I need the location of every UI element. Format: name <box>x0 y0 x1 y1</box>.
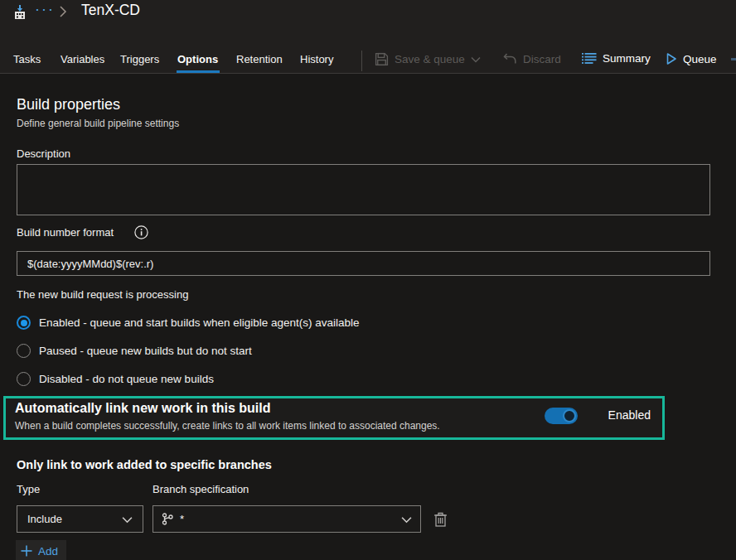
radio-enabled-circle[interactable] <box>17 316 31 330</box>
plus-icon <box>21 545 32 557</box>
branch-specification-dropdown[interactable]: * <box>153 505 421 533</box>
save-and-queue-button[interactable]: Save & queue <box>375 52 481 66</box>
tab-retention[interactable]: Retention <box>236 53 283 65</box>
build-properties-subtitle: Define general build pipeline settings <box>17 118 179 129</box>
build-properties-title: Build properties <box>17 96 120 113</box>
toggle-state-label: Enabled <box>608 408 651 422</box>
chevron-down-icon <box>471 56 481 63</box>
discard-label: Discard <box>523 53 561 65</box>
chevron-down-icon <box>401 514 412 524</box>
radio-disabled-label: Disabled - do not queue new builds <box>39 373 214 385</box>
radio-paused-label: Paused - queue new builds but do not sta… <box>39 345 252 357</box>
build-number-format-label: Build number format <box>17 226 114 239</box>
undo-icon <box>503 52 517 65</box>
processing-label: The new build request is processing <box>17 288 188 301</box>
auto-link-work-subtitle: When a build completes successfully, cre… <box>15 420 440 432</box>
branch-specification-value: * <box>180 513 184 525</box>
options-page: ··· TenX-CD Tasks Variables Triggers Opt… <box>0 0 736 560</box>
tab-tasks[interactable]: Tasks <box>13 53 41 65</box>
header: ··· TenX-CD Tasks Variables Triggers Opt… <box>0 0 736 74</box>
play-icon <box>666 52 677 65</box>
discard-button[interactable]: Discard <box>503 52 561 65</box>
type-label: Type <box>17 483 40 495</box>
auto-link-work-toggle[interactable] <box>545 408 578 424</box>
toggle-knob <box>563 409 576 422</box>
delete-branch-filter-button[interactable] <box>433 511 448 527</box>
radio-paused[interactable]: Paused - queue new builds but do not sta… <box>17 344 252 358</box>
more-breadcrumb-button[interactable]: ··· <box>35 1 55 18</box>
build-pipeline-icon <box>12 4 28 21</box>
type-dropdown-value: Include <box>27 513 62 525</box>
tab-options[interactable]: Options <box>177 53 218 65</box>
branch-specification-label: Branch specification <box>153 483 249 495</box>
chevron-down-icon <box>122 514 133 524</box>
save-and-queue-label: Save & queue <box>395 53 465 65</box>
git-branch-icon <box>162 513 173 525</box>
queue-button[interactable]: Queue <box>666 52 717 65</box>
toolbar-divider <box>361 51 362 71</box>
tab-variables[interactable]: Variables <box>61 53 104 65</box>
description-label: Description <box>17 147 70 160</box>
queue-label: Queue <box>683 53 717 65</box>
build-number-format-input[interactable] <box>17 251 710 276</box>
breadcrumb-chevron-icon <box>58 6 68 17</box>
auto-link-work-title: Automatically link new work in this buil… <box>15 401 270 416</box>
page-title: TenX-CD <box>81 2 140 19</box>
add-button-label: Add <box>38 545 58 558</box>
tab-triggers[interactable]: Triggers <box>120 53 159 65</box>
auto-link-work-highlight-box: Automatically link new work in this buil… <box>3 396 665 440</box>
radio-disabled-circle[interactable] <box>17 372 31 386</box>
summary-list-icon <box>582 52 597 65</box>
description-input[interactable] <box>17 164 710 215</box>
branch-filter-title: Only link to work added to specific bran… <box>17 458 272 471</box>
summary-button[interactable]: Summary <box>582 52 651 65</box>
radio-disabled[interactable]: Disabled - do not queue new builds <box>17 372 214 386</box>
radio-paused-circle[interactable] <box>17 344 31 358</box>
tab-history[interactable]: History <box>300 53 333 65</box>
type-dropdown[interactable]: Include <box>17 505 143 533</box>
add-branch-filter-button[interactable]: Add <box>16 540 66 560</box>
radio-enabled-label: Enabled - queue and start builds when el… <box>39 316 360 329</box>
radio-enabled[interactable]: Enabled - queue and start builds when el… <box>17 316 360 330</box>
save-icon <box>375 52 389 66</box>
active-tab-underline <box>177 70 220 73</box>
info-icon[interactable] <box>134 225 148 239</box>
clipped-toolbar-icon[interactable] <box>731 58 736 60</box>
summary-label: Summary <box>603 52 651 65</box>
